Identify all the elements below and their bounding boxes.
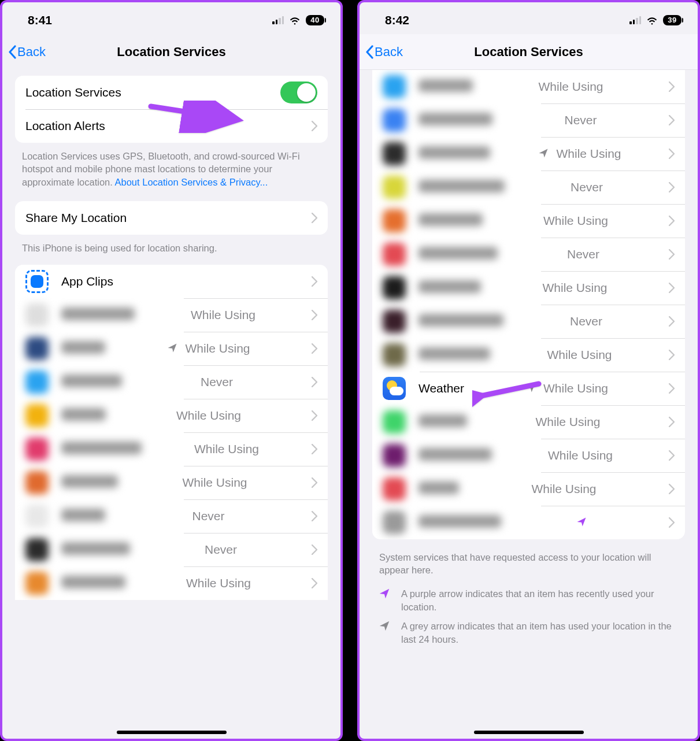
app-row-blurred[interactable]: While Using — [15, 566, 328, 600]
home-indicator — [474, 731, 584, 734]
app-detail: While Using — [176, 409, 241, 423]
app-row-blurred[interactable]: While Using — [15, 298, 328, 332]
weather-icon — [383, 377, 406, 400]
app-icon — [383, 477, 406, 501]
status-bar: 8:42 39 — [360, 2, 698, 34]
share-label: Share My Location — [25, 211, 127, 225]
app-label — [418, 180, 505, 195]
app-detail: Never — [564, 113, 597, 127]
location-alerts-row[interactable]: Location Alerts — [15, 109, 328, 143]
app-row-blurred[interactable]: Never — [372, 103, 685, 137]
app-detail: Never — [192, 509, 224, 523]
chevron-right-icon — [312, 121, 317, 131]
status-time: 8:41 — [28, 13, 52, 27]
wifi-icon — [288, 16, 301, 25]
app-row-blurred[interactable]: While Using — [15, 466, 328, 499]
app-label — [61, 341, 105, 357]
back-button[interactable]: Back — [365, 45, 403, 60]
app-detail: Never — [201, 375, 233, 389]
chevron-left-icon — [8, 45, 17, 59]
app-icon — [383, 410, 406, 434]
chevron-right-icon — [312, 544, 317, 555]
location-arrow-icon — [576, 516, 588, 529]
app-icon — [383, 109, 406, 132]
app-row-blurred[interactable]: Never — [372, 238, 685, 271]
app-row-blurred[interactable]: Never — [15, 533, 328, 566]
app-icon — [383, 209, 406, 232]
app-icon — [383, 310, 406, 333]
location-alerts-label: Location Alerts — [25, 119, 105, 133]
location-services-label: Location Services — [25, 86, 121, 99]
app-label — [61, 408, 106, 424]
app-label — [418, 247, 498, 262]
app-detail: Never — [205, 543, 237, 557]
app-row-weather[interactable]: WeatherWhile Using — [372, 372, 685, 405]
app-detail: While Using — [548, 449, 613, 462]
app-row-blurred[interactable]: While Using — [372, 439, 685, 472]
app-row-blurred[interactable]: While Using — [15, 332, 328, 365]
app-row-blurred[interactable]: Never — [372, 171, 685, 204]
app-detail: Never — [567, 247, 599, 261]
chevron-left-icon — [365, 45, 375, 59]
app-icon — [25, 337, 49, 360]
location-services-toggle[interactable] — [280, 81, 317, 103]
app-detail — [576, 516, 594, 529]
app-label — [61, 307, 135, 323]
app-row-blurred[interactable]: While Using — [372, 472, 685, 506]
wifi-icon — [646, 16, 658, 25]
chevron-right-icon — [669, 316, 675, 327]
app-label — [418, 448, 492, 464]
app-icon — [383, 176, 406, 199]
app-row-blurred[interactable]: Never — [372, 305, 685, 338]
app-label — [418, 347, 490, 363]
app-row-blurred[interactable]: While Using — [15, 399, 328, 432]
chevron-right-icon — [312, 213, 317, 223]
app-row-blurred[interactable]: While Using — [372, 405, 685, 439]
app-icon — [383, 243, 406, 266]
app-row-blurred[interactable] — [372, 506, 685, 539]
chevron-right-icon — [312, 343, 317, 354]
appclips-icon — [25, 270, 49, 293]
chevron-right-icon — [669, 417, 675, 427]
app-icon — [383, 276, 406, 299]
app-row-app-clips[interactable]: App Clips — [15, 265, 328, 298]
app-icon — [25, 471, 49, 494]
status-time: 8:42 — [385, 13, 409, 27]
chevron-right-icon — [669, 450, 675, 461]
app-row-blurred[interactable]: While Using — [372, 271, 685, 305]
app-detail: While Using — [525, 381, 608, 395]
share-my-location-row[interactable]: Share My Location — [15, 201, 328, 235]
app-label — [61, 542, 130, 558]
app-row-blurred[interactable]: While Using — [372, 70, 685, 103]
chevron-right-icon — [669, 350, 675, 360]
app-detail: While Using — [538, 80, 603, 94]
app-label — [61, 576, 125, 591]
app-row-blurred[interactable]: While Using — [372, 137, 685, 171]
location-arrow-icon — [378, 587, 393, 614]
app-row-blurred[interactable]: While Using — [372, 204, 685, 238]
location-services-row[interactable]: Location Services — [15, 76, 328, 109]
about-link[interactable]: About Location Services & Privacy... — [115, 177, 268, 187]
app-row-blurred[interactable]: Never — [15, 365, 328, 399]
chevron-right-icon — [312, 511, 317, 521]
cellular-icon — [272, 16, 284, 24]
app-label — [418, 414, 467, 430]
back-label: Back — [375, 45, 403, 60]
back-button[interactable]: Back — [8, 45, 46, 60]
app-detail: While Using — [535, 415, 600, 429]
chevron-right-icon — [669, 81, 675, 92]
cellular-icon — [629, 16, 641, 24]
app-list: While UsingNeverWhile UsingNeverWhile Us… — [372, 70, 685, 539]
chevron-right-icon — [312, 410, 317, 421]
app-row-blurred[interactable]: While Using — [372, 338, 685, 372]
chevron-right-icon — [312, 444, 317, 454]
app-row-blurred[interactable]: Never — [15, 499, 328, 533]
home-indicator — [117, 731, 227, 734]
app-detail: While Using — [182, 476, 247, 490]
app-icon — [383, 75, 406, 98]
app-row-blurred[interactable]: While Using — [15, 432, 328, 466]
chevron-right-icon — [669, 383, 675, 394]
chevron-right-icon — [669, 149, 675, 159]
location-arrow-icon — [538, 147, 550, 160]
app-label: Weather — [418, 381, 464, 395]
